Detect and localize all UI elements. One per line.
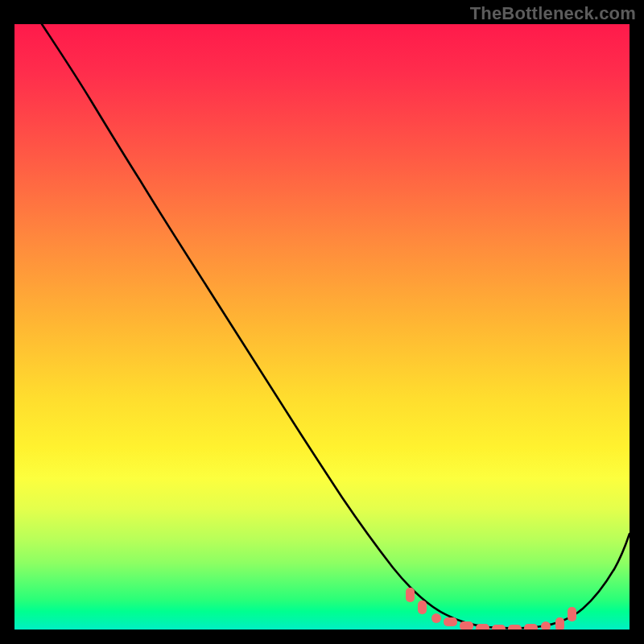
- marker-dot: [555, 617, 564, 630]
- plot-area: [14, 24, 630, 630]
- watermark-text: TheBottleneck.com: [470, 3, 636, 24]
- marker-dot: [444, 617, 457, 626]
- marker-dot: [418, 601, 427, 614]
- marker-dot: [431, 613, 441, 623]
- marker-dot: [492, 625, 506, 630]
- marker-dot: [508, 625, 522, 630]
- marker-dot: [541, 621, 551, 630]
- chart-frame: TheBottleneck.com: [0, 0, 644, 644]
- marker-dot: [524, 624, 538, 630]
- marker-dot: [476, 624, 489, 630]
- curve-markers: [406, 588, 576, 630]
- marker-dot: [406, 588, 415, 602]
- curve-svg: [14, 24, 630, 630]
- bottleneck-curve: [42, 24, 630, 628]
- marker-dot: [568, 607, 576, 621]
- marker-dot: [460, 621, 473, 630]
